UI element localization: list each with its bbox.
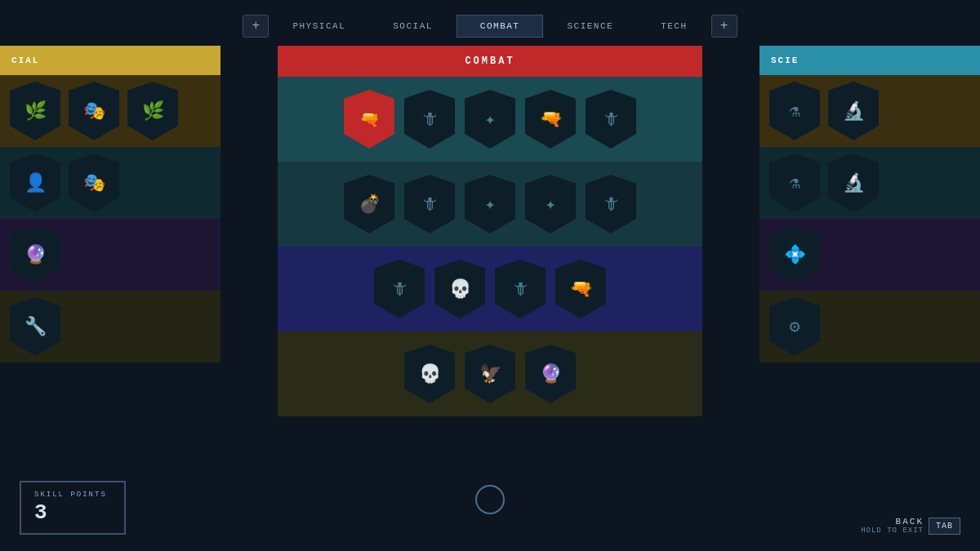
right-panel-row-1: ⚗️ 🔬	[760, 75, 980, 147]
skill-badge[interactable]: 💀	[434, 260, 485, 318]
right-panel-header: SCIE	[760, 46, 980, 75]
skill-badge[interactable]: 🗡	[586, 90, 636, 149]
skill-points-value: 3	[34, 500, 111, 525]
center-panel: COMBAT 🔫 🗡 ✦ 🔫 🗡	[278, 46, 702, 416]
skill-badge[interactable]: 🦅	[465, 344, 515, 403]
tab-bar: + PHYSICAL SOCIAL COMBAT SCIENCE TecH +	[0, 0, 980, 46]
left-panel: CIAL 🌿 🎭 🌿 👤 🎭	[0, 46, 220, 446]
center-indicator-area	[0, 470, 980, 522]
combat-row-3: 🗡 💀 🗡 🔫	[278, 247, 702, 331]
tab-physical[interactable]: PHYSICAL	[269, 15, 369, 38]
skill-points-box: SKILL POINTS 3	[20, 481, 126, 535]
back-subtext: HOLD TO EXIT	[861, 527, 924, 535]
left-panel-header: CIAL	[0, 46, 220, 75]
skill-points-label: SKILL POINTS	[34, 491, 111, 499]
skill-badge[interactable]: 🔮	[10, 225, 60, 284]
tab-science[interactable]: SCIENCE	[543, 15, 637, 38]
tab-nav-left[interactable]: +	[243, 15, 269, 38]
tab-tech[interactable]: TecH	[637, 15, 710, 38]
skill-badge[interactable]: 🗡	[586, 175, 636, 233]
skill-badge[interactable]: ⚙️	[769, 297, 820, 356]
skill-badge[interactable]: 🎭	[69, 82, 119, 140]
skill-badge[interactable]: ✦	[465, 90, 515, 149]
skill-badge[interactable]: ✦	[525, 175, 576, 233]
skill-badge[interactable]: 💠	[769, 225, 820, 284]
tab-social[interactable]: SOCIAL	[369, 15, 457, 38]
center-panel-header: COMBAT	[278, 46, 702, 77]
skill-badge[interactable]: 🎭	[69, 153, 119, 212]
skill-badge[interactable]: 🔫	[344, 90, 394, 149]
skill-badge[interactable]: 👤	[10, 153, 60, 212]
right-panel-row-2: ⚗️ 🔬	[760, 147, 980, 219]
combat-row-1: 🔫 🗡 ✦ 🔫 🗡	[278, 77, 702, 162]
skill-badge[interactable]: 🔫	[555, 260, 606, 318]
skill-badge[interactable]: 🗡	[374, 260, 425, 318]
combat-row-2: 💣 🗡 ✦ ✦ 🗡	[278, 162, 702, 247]
tab-combat[interactable]: COMBAT	[457, 15, 544, 38]
skill-badge[interactable]: 🗡	[404, 90, 455, 149]
right-panel: SCIE ⚗️ 🔬 ⚗️ 🔬	[760, 46, 980, 446]
back-label: BACK HOLD TO EXIT	[861, 517, 924, 535]
back-area: BACK HOLD TO EXIT TAB	[861, 517, 960, 535]
skill-badge[interactable]: 🗡	[404, 175, 455, 233]
skill-badge[interactable]: 🌿	[127, 82, 178, 140]
back-key-badge[interactable]: TAB	[929, 518, 960, 535]
left-panel-row-3: 🔮	[0, 219, 220, 291]
left-panel-row-1: 🌿 🎭 🌿	[0, 75, 220, 147]
right-panel-row-4: ⚙️	[760, 291, 980, 362]
main-area: CIAL 🌿 🎭 🌿 👤 🎭	[0, 46, 980, 470]
skill-badge[interactable]: 🔫	[525, 90, 576, 149]
left-panel-row-2: 👤 🎭	[0, 147, 220, 219]
skill-badge[interactable]: 🔧	[10, 297, 60, 356]
skill-badge[interactable]: 💀	[404, 344, 455, 403]
right-panel-row-3: 💠	[760, 219, 980, 291]
combat-row-4: 💀 🦅 🔮	[278, 331, 702, 416]
skill-badge[interactable]: 🔮	[525, 344, 576, 403]
skill-badge[interactable]: ⚗️	[769, 153, 820, 212]
circle-indicator	[475, 485, 505, 514]
skill-badge[interactable]: 🔬	[828, 153, 879, 212]
back-text: BACK	[861, 517, 924, 527]
skill-badge[interactable]: 🗡	[495, 260, 546, 318]
skill-badge[interactable]: ✦	[465, 175, 515, 233]
skill-badge[interactable]: ⚗️	[769, 82, 820, 140]
left-panel-row-4: 🔧	[0, 291, 220, 362]
skill-badge[interactable]: 💣	[344, 175, 394, 233]
skill-badge[interactable]: 🌿	[10, 82, 60, 140]
skill-badge[interactable]: 🔬	[828, 82, 879, 140]
tab-nav-right[interactable]: +	[711, 15, 737, 38]
